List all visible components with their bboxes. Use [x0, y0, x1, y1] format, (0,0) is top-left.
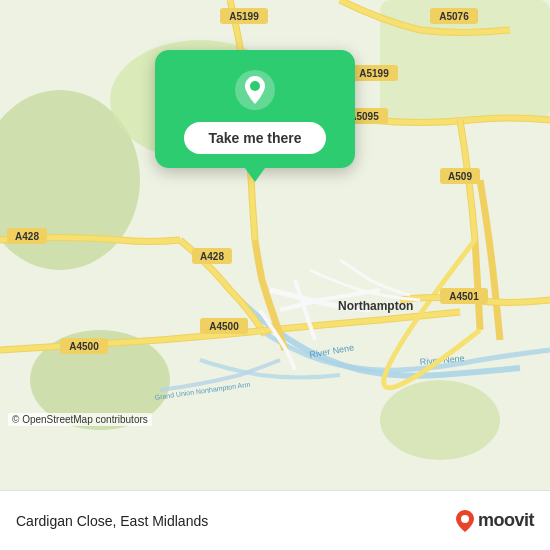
bottom-bar: Cardigan Close, East Midlands moovit: [0, 490, 550, 550]
svg-text:A4500: A4500: [69, 341, 99, 352]
moovit-pin-icon: [456, 510, 474, 532]
map-container: River Nene River Nene Grand Union Northa…: [0, 0, 550, 490]
svg-text:A5076: A5076: [439, 11, 469, 22]
map-credit: © OpenStreetMap contributors: [8, 413, 152, 426]
svg-text:A4500: A4500: [209, 321, 239, 332]
svg-text:A428: A428: [200, 251, 224, 262]
svg-text:A509: A509: [448, 171, 472, 182]
location-pin-icon: [233, 68, 277, 112]
svg-text:A5199: A5199: [359, 68, 389, 79]
moovit-logo: moovit: [456, 510, 534, 532]
svg-point-32: [461, 515, 469, 523]
svg-text:A428: A428: [15, 231, 39, 242]
take-me-there-button[interactable]: Take me there: [184, 122, 325, 154]
location-label: Cardigan Close, East Midlands: [16, 513, 446, 529]
svg-point-5: [380, 380, 500, 460]
svg-point-31: [250, 81, 260, 91]
svg-text:Northampton: Northampton: [338, 299, 413, 313]
moovit-brand-text: moovit: [478, 510, 534, 531]
svg-text:A4501: A4501: [449, 291, 479, 302]
location-popup: Take me there: [155, 50, 355, 168]
svg-text:A5199: A5199: [229, 11, 259, 22]
